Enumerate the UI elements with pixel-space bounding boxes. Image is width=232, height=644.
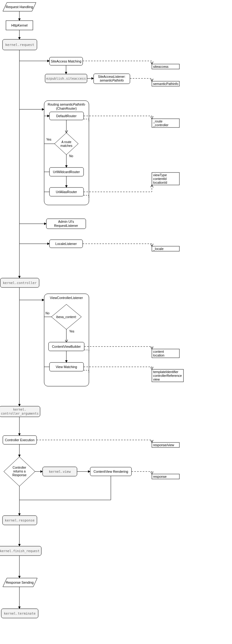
svg-text:LocaleListener: LocaleListener [55, 242, 77, 246]
node-view-matching: View Matching [49, 362, 84, 371]
svg-text:matches: matches [60, 144, 72, 147]
svg-text:semanticPathinfo: semanticPathinfo [153, 82, 178, 86]
svg-text:Controller Execution: Controller Execution [5, 438, 35, 442]
node-response-sending: Response Sending [3, 578, 37, 587]
out-locale: _locale [152, 246, 179, 251]
svg-text:view: view [153, 377, 160, 381]
svg-text:viewType: viewType [153, 173, 167, 177]
node-kernel-terminate: kernel.terminate [1, 609, 38, 618]
svg-text:kernel.controller: kernel.controller [3, 281, 36, 285]
node-url-alias-router: UrlAliasRouter [49, 187, 84, 196]
svg-text:response: response [153, 475, 167, 478]
node-http-kernel: HttpKernel [6, 21, 33, 30]
svg-text:kernel.: kernel. [13, 408, 26, 411]
svg-text:contentId: contentId [153, 177, 167, 181]
node-admin-ui-requestlistener: Admin UI's RequestListener [46, 219, 86, 229]
svg-text:ContentViewBuilder: ContentViewBuilder [52, 345, 81, 348]
svg-text:returns a: returns a [13, 470, 26, 473]
out-siteaccess: siteaccess [152, 64, 179, 69]
node-url-wildcard-router: UrlWildcardRouter [49, 167, 84, 176]
out-view-content-location: viewType contentId locationId [152, 172, 179, 185]
node-controller-returns-response: Controller returns a Response [4, 457, 35, 486]
svg-text:ezpublish.siteaccess: ezpublish.siteaccess [46, 77, 86, 80]
svg-text:HttpKernel: HttpKernel [11, 23, 28, 27]
svg-text:kernel.response: kernel.response [5, 518, 35, 522]
svg-text:_route: _route [153, 119, 162, 123]
out-response: response [152, 474, 179, 479]
svg-text:templateIdentifier: templateIdentifier [153, 370, 178, 374]
svg-text:ibexa_content:: ibexa_content: [56, 315, 76, 319]
svg-text:kernel.request: kernel.request [5, 43, 34, 47]
label-no-1: No [69, 154, 73, 158]
svg-text:View Matching: View Matching [56, 365, 77, 369]
flowchart-diagram: Request Handling HttpKernel kernel.reque… [0, 0, 232, 644]
out-content-location: content location [152, 349, 179, 358]
out-semanticpathinfo: semanticPathinfo [152, 81, 179, 86]
label-yes-2: Yes [69, 330, 74, 333]
node-kernel-finish-request: kernel.finish_request [0, 546, 41, 556]
node-kernel-controller-arguments: kernel. controller_arguments [0, 406, 40, 417]
svg-text:kernel.terminate: kernel.terminate [4, 612, 35, 615]
svg-text:A route: A route [61, 140, 71, 144]
svg-text:SiteAccess Matching: SiteAccess Matching [51, 59, 81, 63]
label-no-2: No [45, 312, 49, 315]
svg-text:ViewControllerListener: ViewControllerListener [50, 296, 83, 300]
svg-text:UrlAliasRouter: UrlAliasRouter [56, 190, 77, 194]
svg-text:_locale: _locale [153, 247, 163, 251]
node-contentviewbuilder: ContentViewBuilder [49, 342, 84, 351]
svg-text:ContentView Rendering: ContentView Rendering [94, 470, 128, 473]
svg-text:response/view: response/view [153, 443, 174, 447]
node-default-router: DefaultRouter [49, 112, 84, 120]
node-controller-execution: Controller Execution [3, 436, 37, 444]
node-locale-listener: LocaleListener [49, 240, 83, 248]
svg-text:Request Handling: Request Handling [6, 5, 33, 9]
node-ezpublish-siteaccess: ezpublish.siteaccess [45, 74, 87, 83]
svg-text:SiteAccessListener:: SiteAccessListener: [98, 75, 126, 78]
out-route-controller: _route _controller [152, 119, 179, 127]
node-kernel-controller: kernel.controller [0, 278, 39, 287]
svg-text:locationId: locationId [153, 181, 167, 184]
svg-text:Response: Response [12, 473, 26, 477]
node-kernel-view: kernel.view [43, 467, 77, 476]
svg-text:Response Sending: Response Sending [6, 581, 34, 584]
node-request-handling: Request Handling [3, 2, 36, 11]
svg-text:Admin UI's: Admin UI's [58, 220, 74, 223]
svg-text:(ChainRouter): (ChainRouter) [56, 107, 77, 110]
label-yes-1: Yes [46, 138, 51, 141]
svg-text:UrlWildcardRouter: UrlWildcardRouter [53, 170, 80, 174]
svg-text:semanticPathinfo: semanticPathinfo [100, 79, 124, 82]
svg-text:location: location [153, 353, 164, 357]
node-contentview-rendering: ContentView Rendering [90, 467, 131, 476]
out-response-view: response/view [152, 442, 179, 447]
node-siteaccess-listener: SiteAccessListener: semanticPathinfo [94, 74, 130, 84]
svg-text:content: content [153, 350, 164, 353]
svg-text:controllerReference: controllerReference [153, 374, 182, 377]
svg-text:kernel.view: kernel.view [49, 470, 71, 473]
node-kernel-response: kernel.response [3, 516, 37, 525]
node-siteaccess-matching: SiteAccess Matching [49, 57, 83, 65]
node-kernel-request: kernel.request [3, 39, 37, 50]
out-template-controllerref-view: templateIdentifier controllerReference v… [152, 369, 183, 382]
svg-text:Routing semanticPathinfo: Routing semanticPathinfo [48, 102, 85, 106]
svg-text:DefaultRouter: DefaultRouter [56, 114, 77, 118]
svg-text:RequestListener: RequestListener [54, 224, 78, 227]
svg-text:controller_arguments: controller_arguments [1, 412, 39, 416]
svg-text:_controller: _controller [153, 123, 169, 127]
svg-text:siteaccess: siteaccess [153, 65, 168, 68]
svg-text:Controller: Controller [13, 466, 26, 469]
svg-text:kernel.finish_request: kernel.finish_request [0, 549, 39, 553]
